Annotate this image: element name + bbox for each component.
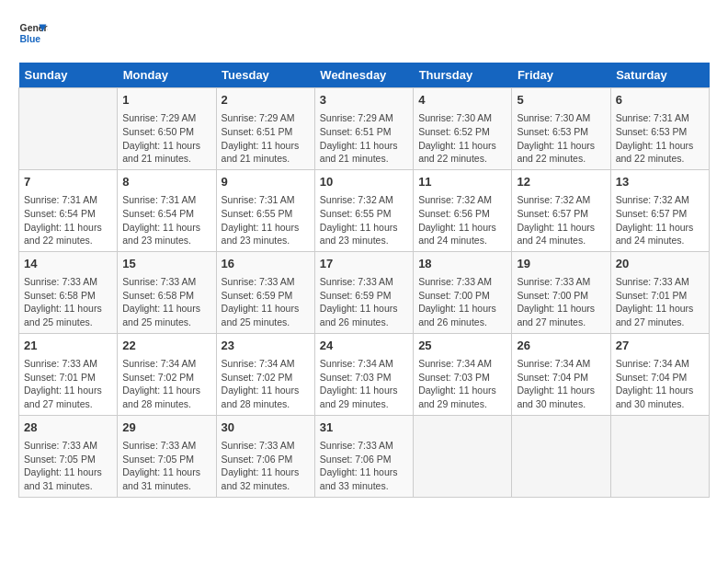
calendar-cell: 25Sunrise: 7:34 AM Sunset: 7:03 PM Dayli… <box>414 333 512 415</box>
calendar-week-row: 7Sunrise: 7:31 AM Sunset: 6:54 PM Daylig… <box>19 169 710 251</box>
cell-content: Sunrise: 7:31 AM Sunset: 6:55 PM Dayligh… <box>222 193 310 247</box>
calendar-cell <box>19 88 118 170</box>
day-number: 28 <box>24 419 112 436</box>
day-number: 25 <box>418 338 506 354</box>
day-number: 6 <box>616 92 704 109</box>
cell-content: Sunrise: 7:33 AM Sunset: 7:01 PM Dayligh… <box>616 275 704 329</box>
calendar-cell: 18Sunrise: 7:33 AM Sunset: 7:00 PM Dayli… <box>414 251 512 333</box>
calendar-cell: 2Sunrise: 7:29 AM Sunset: 6:51 PM Daylig… <box>216 88 314 170</box>
calendar-cell: 4Sunrise: 7:30 AM Sunset: 6:52 PM Daylig… <box>414 88 512 170</box>
header-cell-saturday: Saturday <box>610 63 709 88</box>
calendar-cell: 15Sunrise: 7:33 AM Sunset: 6:58 PM Dayli… <box>118 251 216 333</box>
svg-text:Blue: Blue <box>20 34 41 44</box>
calendar-header-row: SundayMondayTuesdayWednesdayThursdayFrid… <box>19 63 710 88</box>
calendar-cell: 12Sunrise: 7:32 AM Sunset: 6:57 PM Dayli… <box>512 169 610 251</box>
calendar-cell: 6Sunrise: 7:31 AM Sunset: 6:53 PM Daylig… <box>610 88 709 170</box>
day-number: 18 <box>418 256 506 272</box>
cell-content: Sunrise: 7:33 AM Sunset: 7:05 PM Dayligh… <box>122 439 210 493</box>
cell-content: Sunrise: 7:33 AM Sunset: 6:59 PM Dayligh… <box>320 275 408 329</box>
calendar-cell: 14Sunrise: 7:33 AM Sunset: 6:58 PM Dayli… <box>19 251 118 333</box>
day-number: 12 <box>517 174 605 190</box>
day-number: 3 <box>320 92 408 109</box>
calendar-cell: 20Sunrise: 7:33 AM Sunset: 7:01 PM Dayli… <box>610 251 709 333</box>
day-number: 29 <box>122 419 210 436</box>
cell-content: Sunrise: 7:30 AM Sunset: 6:53 PM Dayligh… <box>517 111 605 166</box>
calendar-cell: 23Sunrise: 7:34 AM Sunset: 7:02 PM Dayli… <box>216 333 314 415</box>
calendar-cell: 21Sunrise: 7:33 AM Sunset: 7:01 PM Dayli… <box>19 333 118 415</box>
day-number: 4 <box>418 92 506 109</box>
calendar-cell: 7Sunrise: 7:31 AM Sunset: 6:54 PM Daylig… <box>19 169 118 251</box>
cell-content: Sunrise: 7:34 AM Sunset: 7:04 PM Dayligh… <box>616 357 704 411</box>
calendar-week-row: 1Sunrise: 7:29 AM Sunset: 6:50 PM Daylig… <box>19 88 710 170</box>
calendar-cell: 5Sunrise: 7:30 AM Sunset: 6:53 PM Daylig… <box>512 88 610 170</box>
cell-content: Sunrise: 7:31 AM Sunset: 6:54 PM Dayligh… <box>122 193 210 247</box>
cell-content: Sunrise: 7:32 AM Sunset: 6:57 PM Dayligh… <box>517 193 605 247</box>
day-number: 20 <box>616 256 704 272</box>
day-number: 1 <box>122 92 210 109</box>
cell-content: Sunrise: 7:33 AM Sunset: 6:59 PM Dayligh… <box>222 275 310 329</box>
calendar-cell: 28Sunrise: 7:33 AM Sunset: 7:05 PM Dayli… <box>19 415 118 497</box>
calendar-week-row: 28Sunrise: 7:33 AM Sunset: 7:05 PM Dayli… <box>19 415 710 497</box>
calendar-cell <box>512 415 610 497</box>
day-number: 22 <box>122 338 210 354</box>
header-cell-tuesday: Tuesday <box>216 63 314 88</box>
header-cell-monday: Monday <box>118 63 216 88</box>
header-cell-wednesday: Wednesday <box>314 63 413 88</box>
calendar-week-row: 14Sunrise: 7:33 AM Sunset: 6:58 PM Dayli… <box>19 251 710 333</box>
calendar-cell: 31Sunrise: 7:33 AM Sunset: 7:06 PM Dayli… <box>314 415 413 497</box>
day-number: 15 <box>122 256 210 272</box>
day-number: 21 <box>24 338 112 354</box>
day-number: 30 <box>222 419 310 436</box>
day-number: 26 <box>517 338 605 354</box>
cell-content: Sunrise: 7:32 AM Sunset: 6:57 PM Dayligh… <box>616 193 704 247</box>
calendar-week-row: 21Sunrise: 7:33 AM Sunset: 7:01 PM Dayli… <box>19 333 710 415</box>
day-number: 19 <box>517 256 605 272</box>
cell-content: Sunrise: 7:33 AM Sunset: 7:06 PM Dayligh… <box>222 439 310 493</box>
cell-content: Sunrise: 7:34 AM Sunset: 7:04 PM Dayligh… <box>517 357 605 411</box>
calendar-cell: 9Sunrise: 7:31 AM Sunset: 6:55 PM Daylig… <box>216 169 314 251</box>
header-cell-sunday: Sunday <box>19 63 118 88</box>
day-number: 24 <box>320 338 408 354</box>
cell-content: Sunrise: 7:34 AM Sunset: 7:02 PM Dayligh… <box>122 357 210 411</box>
calendar-cell: 29Sunrise: 7:33 AM Sunset: 7:05 PM Dayli… <box>118 415 216 497</box>
cell-content: Sunrise: 7:33 AM Sunset: 7:00 PM Dayligh… <box>418 275 506 329</box>
calendar-cell <box>414 415 512 497</box>
day-number: 2 <box>222 92 310 109</box>
day-number: 5 <box>517 92 605 109</box>
calendar-cell <box>610 415 709 497</box>
day-number: 14 <box>24 256 112 272</box>
cell-content: Sunrise: 7:29 AM Sunset: 6:51 PM Dayligh… <box>320 111 408 166</box>
day-number: 16 <box>222 256 310 272</box>
logo-icon: General Blue <box>18 18 48 48</box>
calendar-cell: 8Sunrise: 7:31 AM Sunset: 6:54 PM Daylig… <box>118 169 216 251</box>
day-number: 7 <box>24 174 112 190</box>
cell-content: Sunrise: 7:33 AM Sunset: 6:58 PM Dayligh… <box>122 275 210 329</box>
calendar-cell: 1Sunrise: 7:29 AM Sunset: 6:50 PM Daylig… <box>118 88 216 170</box>
cell-content: Sunrise: 7:34 AM Sunset: 7:03 PM Dayligh… <box>320 357 408 411</box>
calendar-table: SundayMondayTuesdayWednesdayThursdayFrid… <box>18 63 710 498</box>
day-number: 31 <box>320 419 408 436</box>
logo: General Blue <box>18 18 48 48</box>
calendar-cell: 24Sunrise: 7:34 AM Sunset: 7:03 PM Dayli… <box>314 333 413 415</box>
cell-content: Sunrise: 7:33 AM Sunset: 7:01 PM Dayligh… <box>24 357 112 411</box>
header-cell-friday: Friday <box>512 63 610 88</box>
calendar-cell: 16Sunrise: 7:33 AM Sunset: 6:59 PM Dayli… <box>216 251 314 333</box>
calendar-cell: 22Sunrise: 7:34 AM Sunset: 7:02 PM Dayli… <box>118 333 216 415</box>
calendar-cell: 3Sunrise: 7:29 AM Sunset: 6:51 PM Daylig… <box>314 88 413 170</box>
cell-content: Sunrise: 7:33 AM Sunset: 7:06 PM Dayligh… <box>320 439 408 493</box>
calendar-cell: 30Sunrise: 7:33 AM Sunset: 7:06 PM Dayli… <box>216 415 314 497</box>
day-number: 10 <box>320 174 408 190</box>
cell-content: Sunrise: 7:33 AM Sunset: 7:00 PM Dayligh… <box>517 275 605 329</box>
cell-content: Sunrise: 7:29 AM Sunset: 6:50 PM Dayligh… <box>122 111 210 166</box>
header-cell-thursday: Thursday <box>414 63 512 88</box>
day-number: 23 <box>222 338 310 354</box>
cell-content: Sunrise: 7:33 AM Sunset: 6:58 PM Dayligh… <box>24 275 112 329</box>
day-number: 11 <box>418 174 506 190</box>
calendar-body: 1Sunrise: 7:29 AM Sunset: 6:50 PM Daylig… <box>19 88 710 498</box>
calendar-cell: 27Sunrise: 7:34 AM Sunset: 7:04 PM Dayli… <box>610 333 709 415</box>
calendar-cell: 26Sunrise: 7:34 AM Sunset: 7:04 PM Dayli… <box>512 333 610 415</box>
day-number: 13 <box>616 174 704 190</box>
cell-content: Sunrise: 7:31 AM Sunset: 6:54 PM Dayligh… <box>24 193 112 247</box>
cell-content: Sunrise: 7:34 AM Sunset: 7:02 PM Dayligh… <box>222 357 310 411</box>
cell-content: Sunrise: 7:30 AM Sunset: 6:52 PM Dayligh… <box>418 111 506 166</box>
